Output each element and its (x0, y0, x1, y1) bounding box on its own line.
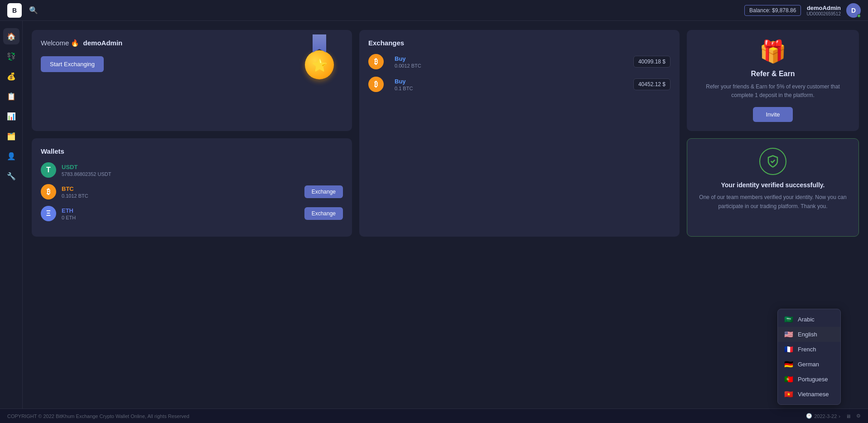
medal-ribbon (313, 34, 326, 53)
eth-balance: 0 ETH (62, 215, 304, 220)
eth-icon: Ξ (41, 206, 56, 221)
avatar-online-dot (857, 14, 861, 18)
layout: 🏠 💱 💰 📋 📊 🗂️ 👤 🔧 Welcome 🔥 demoAdmin Sta… (0, 21, 868, 423)
btc-name: BTC (62, 185, 304, 192)
exchange-item-1: ₿ Buy 0.0012 BTC 40099.18 $ (368, 54, 670, 69)
exchange-info-1: Buy 0.0012 BTC (395, 55, 633, 68)
arrow-icon: › (839, 413, 840, 419)
sidebar-item-home[interactable]: 🏠 (3, 28, 19, 44)
user-info: demoAdmin UD00002659512 (806, 5, 841, 16)
footer-date: 🕐 2022-3-22 › (806, 413, 840, 419)
monitor-icon[interactable]: 🖥 (846, 413, 851, 419)
arabic-flag: 🇸🇦 (784, 315, 793, 324)
sidebar-item-settings[interactable]: 🔧 (3, 168, 19, 184)
english-flag: 🇺🇸 (784, 330, 793, 339)
medal-decoration: ⭐ (305, 34, 334, 79)
refer-earn-card: 🎁 Refer & Earn Refer your friends & Earn… (687, 30, 859, 131)
welcome-card: Welcome 🔥 demoAdmin Start Exchanging ⭐ (32, 30, 352, 131)
exchange-amount-1: 0.0012 BTC (395, 63, 633, 68)
lang-item-german[interactable]: 🇩🇪 German (778, 357, 840, 372)
btc-icon: ₿ (41, 184, 56, 199)
identity-card: Your identity verified successfully. One… (687, 138, 859, 237)
footer: COPYRIGHT © 2022 BitKhum Exchange Crypto… (0, 408, 868, 423)
exchanges-title: Exchanges (368, 39, 670, 47)
topbar-right: Balance: $9,878.86 demoAdmin UD000026595… (744, 3, 861, 18)
invite-button[interactable]: Invite (753, 107, 792, 122)
shield-icon (759, 148, 786, 175)
vietnamese-label: Vietnamese (798, 391, 829, 398)
arabic-label: Arabic (798, 316, 815, 323)
lang-item-vietnamese[interactable]: 🇻🇳 Vietnamese (778, 387, 840, 402)
exchange-item-2: ₿ Buy 0.1 BTC 40452.12 $ (368, 77, 670, 92)
exchanges-card: Exchanges ₿ Buy 0.0012 BTC 40099.18 $ ₿ … (359, 30, 680, 237)
exchange-value-2: 40452.12 $ (633, 78, 670, 90)
identity-description: One of our team members verified your id… (696, 193, 849, 210)
footer-right: 🕐 2022-3-22 › 🖥 ⚙ (806, 413, 861, 419)
german-flag: 🇩🇪 (784, 360, 793, 369)
search-icon[interactable]: 🔍 (29, 6, 38, 15)
btc-info: BTC 0.1012 BTC (62, 185, 304, 199)
main-content: Welcome 🔥 demoAdmin Start Exchanging ⭐ W… (23, 21, 868, 423)
french-label: French (798, 346, 816, 353)
welcome-message: Welcome 🔥 demoAdmin (41, 39, 343, 47)
usdt-balance: 5783.86802352 USDT (62, 171, 343, 177)
lang-item-portuguese[interactable]: 🇵🇹 Portuguese (778, 372, 840, 387)
sidebar-item-history[interactable]: 📊 (3, 108, 19, 124)
sidebar-item-exchange[interactable]: 💱 (3, 48, 19, 64)
btc-exchange-icon-2: ₿ (368, 77, 384, 92)
welcome-emoji: 🔥 (71, 39, 79, 47)
welcome-username: demoAdmin (83, 39, 123, 47)
portuguese-flag: 🇵🇹 (784, 375, 793, 384)
sidebar-item-users[interactable]: 👤 (3, 148, 19, 164)
footer-copyright: COPYRIGHT © 2022 BitKhum Exchange Crypto… (7, 413, 189, 419)
balance-badge: Balance: $9,878.86 (744, 5, 801, 16)
exchange-value-1: 40099.18 $ (633, 56, 670, 68)
lang-item-arabic[interactable]: 🇸🇦 Arabic (778, 312, 840, 327)
btc-exchange-icon-1: ₿ (368, 54, 384, 69)
start-exchanging-button[interactable]: Start Exchanging (41, 56, 104, 72)
wallets-title: Wallets (41, 147, 343, 155)
usdt-info: USDT 5783.86802352 USDT (62, 164, 343, 177)
gift-icon: 🎁 (696, 39, 850, 64)
eth-name: ETH (62, 207, 304, 214)
wallet-item-eth: Ξ ETH 0 ETH Exchange (41, 206, 343, 221)
usdt-name: USDT (62, 164, 343, 170)
topbar-left: B 🔍 (7, 3, 38, 18)
btc-balance: 0.1012 BTC (62, 193, 304, 199)
topbar: B 🔍 Balance: $9,878.86 demoAdmin UD00002… (0, 0, 868, 21)
lang-item-english[interactable]: 🇺🇸 English (778, 327, 840, 342)
wallet-item-usdt: T USDT 5783.86802352 USDT (41, 162, 343, 178)
settings-icon[interactable]: ⚙ (856, 413, 861, 419)
lang-item-french[interactable]: 🇫🇷 French (778, 342, 840, 357)
french-flag: 🇫🇷 (784, 345, 793, 354)
sidebar-item-wallet[interactable]: 💰 (3, 68, 19, 84)
user-id: UD00002659512 (806, 11, 841, 16)
identity-title: Your identity verified successfully. (696, 181, 849, 189)
clock-icon: 🕐 (806, 413, 812, 419)
sidebar: 🏠 💱 💰 📋 📊 🗂️ 👤 🔧 (0, 21, 23, 423)
german-label: German (798, 361, 819, 368)
date-text: 2022-3-22 (814, 413, 837, 419)
usdt-icon: T (41, 162, 56, 178)
refer-description: Refer your friends & Earn for 5% of ever… (696, 83, 850, 100)
exchange-info-2: Buy 0.1 BTC (395, 78, 633, 91)
medal-circle: ⭐ (305, 50, 334, 79)
sidebar-item-orders[interactable]: 📋 (3, 88, 19, 104)
btc-exchange-button[interactable]: Exchange (304, 185, 343, 198)
english-label: English (798, 331, 817, 338)
language-dropdown: 🇸🇦 Arabic 🇺🇸 English 🇫🇷 French 🇩🇪 German… (777, 309, 841, 405)
refer-title: Refer & Earn (696, 70, 850, 78)
avatar[interactable]: D (846, 3, 861, 18)
exchange-action-1: Buy (395, 55, 633, 62)
logo: B (7, 3, 22, 18)
eth-info: ETH 0 ETH (62, 207, 304, 220)
vietnamese-flag: 🇻🇳 (784, 390, 793, 399)
exchange-amount-2: 0.1 BTC (395, 86, 633, 91)
sidebar-item-assets[interactable]: 🗂️ (3, 128, 19, 144)
wallets-card: Wallets T USDT 5783.86802352 USDT ₿ BTC … (32, 138, 352, 237)
wallet-item-btc: ₿ BTC 0.1012 BTC Exchange (41, 184, 343, 199)
eth-exchange-button[interactable]: Exchange (304, 207, 343, 220)
portuguese-label: Portuguese (798, 376, 828, 383)
exchange-action-2: Buy (395, 78, 633, 85)
user-name: demoAdmin (806, 5, 841, 11)
